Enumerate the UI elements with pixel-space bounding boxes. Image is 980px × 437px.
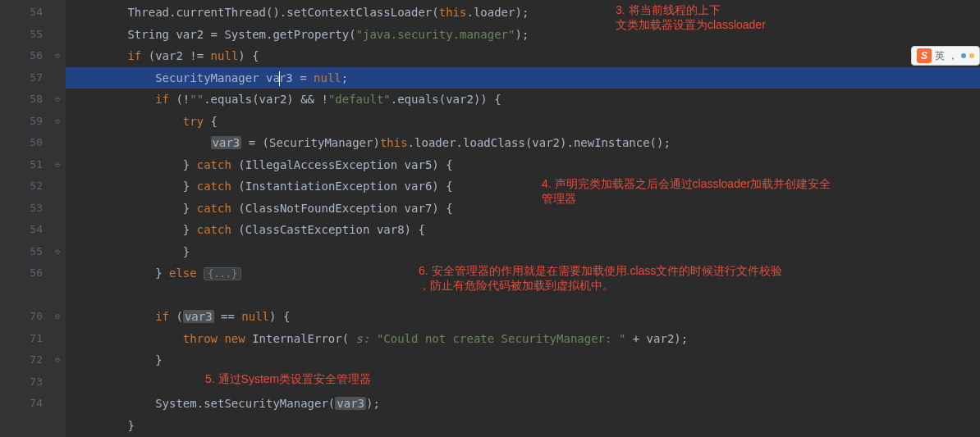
line-number[interactable]: 53	[0, 198, 49, 220]
fold-marker[interactable]: ⊖	[49, 154, 66, 176]
line-number	[0, 285, 49, 307]
annotation-3: 3. 将当前线程的上下 文类加载器设置为classloader	[616, 3, 766, 33]
annotation-4: 4. 声明完类加载器之后会通过classloader加载并创建安全 管理器	[542, 177, 831, 207]
line-number[interactable]: 71	[0, 328, 49, 350]
code-line[interactable]: } catch (ClassCastException var8) {	[66, 219, 980, 241]
line-number[interactable]: 57	[0, 67, 49, 89]
line-number[interactable]: 58	[0, 89, 49, 111]
line-number[interactable]: 56	[0, 45, 49, 67]
fold-marker[interactable]: ⊖	[49, 89, 66, 111]
code-line[interactable]: } catch (InstantiationException var6) {	[66, 175, 980, 198]
fold-marker[interactable]: ⊖	[49, 306, 66, 328]
line-number[interactable]: 73	[0, 371, 49, 394]
line-number[interactable]: 55	[0, 241, 49, 263]
code-line[interactable]: if (!"".equals(var2) && !"default".equal…	[66, 89, 980, 111]
line-number[interactable]: 54	[0, 2, 49, 24]
line-number[interactable]: 50	[0, 132, 49, 154]
fold-gutter: ⊖ ⊖ ⊖ ⊖ ⊖ ⊖ ⊖	[49, 0, 66, 437]
code-editor: 54 55 56 57 58 59 50 51 52 53 54 55 56 7…	[0, 0, 980, 437]
code-line[interactable]: System.setSecurityManager(var3);	[66, 393, 980, 415]
code-line[interactable]	[66, 371, 980, 394]
line-number[interactable]: 54	[0, 219, 49, 241]
annotation-5: 5. 通过System类设置安全管理器	[205, 372, 371, 387]
fold-marker[interactable]: ⊖	[49, 45, 66, 67]
code-line[interactable]: Thread.currentThread().setContextClassLo…	[66, 2, 980, 24]
fold-marker[interactable]: ⊖	[49, 349, 66, 371]
fold-marker[interactable]	[49, 2, 66, 24]
ime-language[interactable]: 英	[935, 49, 945, 63]
line-number[interactable]: 74	[0, 393, 49, 415]
code-line[interactable]: try {	[66, 111, 980, 133]
ime-toolbar[interactable]: S 英 ，	[911, 46, 980, 66]
code-content[interactable]: Thread.currentThread().setContextClassLo…	[66, 0, 980, 437]
ime-punct[interactable]: ，	[948, 49, 958, 63]
fold-marker[interactable]	[49, 371, 66, 394]
fold-marker[interactable]	[49, 393, 66, 415]
fold-marker[interactable]	[49, 198, 66, 220]
line-number[interactable]: 56	[0, 262, 49, 285]
fold-marker[interactable]: ⊖	[49, 241, 66, 263]
fold-marker[interactable]: ⊖	[49, 111, 66, 133]
code-line[interactable]: if (var3 == null) {	[66, 306, 980, 328]
annotation-6: 6. 安全管理器的作用就是在需要加载使用.class文件的时候进行文件校验 ，防…	[419, 264, 782, 294]
ime-status-dot	[969, 53, 974, 58]
code-line[interactable]: } catch (IllegalAccessException var5) {	[66, 154, 980, 176]
code-line[interactable]: var3 = (SecurityManager)this.loader.load…	[66, 132, 980, 154]
line-number[interactable]: 70	[0, 306, 49, 328]
line-number[interactable]: 52	[0, 175, 49, 198]
fold-marker[interactable]	[49, 175, 66, 198]
code-line-current[interactable]: SecurityManager var3 = null;	[66, 67, 980, 89]
line-number[interactable]: 55	[0, 24, 49, 46]
line-number[interactable]: 72	[0, 349, 49, 371]
code-line[interactable]: }	[66, 415, 980, 437]
fold-marker[interactable]	[49, 67, 66, 89]
fold-marker[interactable]	[49, 262, 66, 285]
code-line[interactable]: String var2 = System.getProperty("java.s…	[66, 24, 980, 46]
code-line[interactable]: } catch (ClassNotFoundException var7) {	[66, 198, 980, 220]
code-line[interactable]: }	[66, 349, 980, 371]
fold-marker[interactable]	[49, 285, 66, 307]
fold-marker[interactable]	[49, 328, 66, 350]
ime-status-dot	[961, 53, 966, 58]
line-number[interactable]: 59	[0, 111, 49, 133]
code-line[interactable]: }	[66, 241, 980, 263]
sogou-icon[interactable]: S	[917, 48, 932, 63]
code-line[interactable]: if (var2 != null) {	[66, 45, 980, 67]
fold-marker[interactable]	[49, 24, 66, 46]
folded-block[interactable]: {...}	[204, 267, 241, 280]
line-number-gutter: 54 55 56 57 58 59 50 51 52 53 54 55 56 7…	[0, 0, 49, 437]
fold-marker[interactable]	[49, 219, 66, 241]
fold-marker[interactable]	[49, 132, 66, 154]
code-line[interactable]: throw new InternalError( s: "Could not c…	[66, 328, 980, 350]
line-number[interactable]: 51	[0, 154, 49, 176]
